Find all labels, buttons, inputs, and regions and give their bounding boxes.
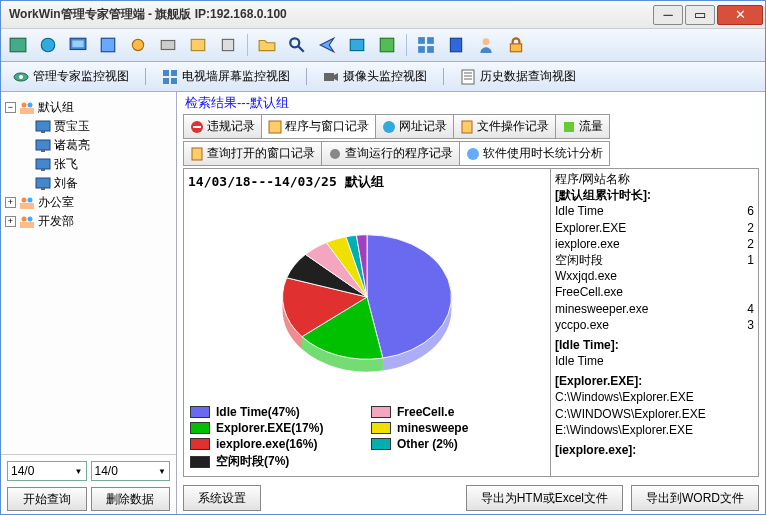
- svg-rect-7: [191, 39, 205, 50]
- legend-item: Other (2%): [371, 437, 544, 451]
- toolbar-icon-5[interactable]: [125, 32, 151, 58]
- tree-group[interactable]: + 办公室: [5, 193, 172, 212]
- toolbar-icon-globe[interactable]: [35, 32, 61, 58]
- toolbar-icon-grid[interactable]: [413, 32, 439, 58]
- chart-title: 14/03/18---14/03/25 默认组: [188, 173, 546, 191]
- toolbar-icon-1[interactable]: [5, 32, 31, 58]
- tab-violation[interactable]: 违规记录: [183, 114, 262, 139]
- maximize-button[interactable]: ▭: [685, 5, 715, 25]
- toolbar-icon-send[interactable]: [314, 32, 340, 58]
- list-item[interactable]: Idle Time: [555, 353, 754, 369]
- search-result-label: 检索结果---默认组: [177, 92, 765, 114]
- tree-label: 办公室: [38, 194, 74, 211]
- tree-label: 张飞: [54, 156, 78, 173]
- start-query-button[interactable]: 开始查询: [7, 487, 87, 511]
- expand-icon[interactable]: +: [5, 216, 16, 227]
- list-item[interactable]: yccpo.exe3: [555, 317, 754, 333]
- monitor-icon: [35, 138, 51, 154]
- toolbar-icon-book[interactable]: [443, 32, 469, 58]
- main-toolbar: [1, 29, 765, 62]
- monitor-icon: [35, 176, 51, 192]
- subtab-window-query[interactable]: 查询打开的窗口记录: [183, 141, 322, 166]
- svg-point-46: [28, 216, 33, 221]
- tab-file-op[interactable]: 文件操作记录: [453, 114, 556, 139]
- list-item[interactable]: FreeCell.exe: [555, 284, 754, 300]
- tree-label: 刘备: [54, 175, 78, 192]
- record-subtabs: 查询打开的窗口记录 查询运行的程序记录 软件使用时长统计分析: [177, 141, 765, 166]
- tree-user[interactable]: 刘备: [5, 174, 172, 193]
- list-item[interactable]: iexplore.exe2: [555, 236, 754, 252]
- viewtab-wall[interactable]: 电视墙屏幕监控视图: [156, 66, 296, 87]
- toolbar-icon-user[interactable]: [473, 32, 499, 58]
- viewtab-history[interactable]: 历史数据查询视图: [454, 66, 582, 87]
- tab-traffic[interactable]: 流量: [555, 114, 610, 139]
- subtab-program-query[interactable]: 查询运行的程序记录: [321, 141, 460, 166]
- toolbar-icon-4[interactable]: [95, 32, 121, 58]
- toolbar-icon-8[interactable]: [215, 32, 241, 58]
- svg-point-21: [19, 75, 23, 79]
- toolbar-icon-folder[interactable]: [254, 32, 280, 58]
- tab-program-window[interactable]: 程序与窗口记录: [261, 114, 376, 139]
- view-tabs: 管理专家监控视图 电视墙屏幕监控视图 摄像头监控视图 历史数据查询视图: [1, 62, 765, 92]
- svg-point-51: [383, 121, 395, 133]
- tree-group[interactable]: − 默认组: [5, 98, 172, 117]
- list-item[interactable]: Idle Time6: [555, 203, 754, 219]
- subtab-usage-stats[interactable]: 软件使用时长统计分析: [459, 141, 610, 166]
- delete-data-button[interactable]: 删除数据: [91, 487, 171, 511]
- toolbar-icon-6[interactable]: [155, 32, 181, 58]
- tree-user[interactable]: 诸葛亮: [5, 136, 172, 155]
- viewtab-camera[interactable]: 摄像头监控视图: [317, 66, 433, 87]
- tree-group[interactable]: + 开发部: [5, 212, 172, 231]
- tree-user[interactable]: 张飞: [5, 155, 172, 174]
- svg-rect-41: [41, 188, 45, 190]
- svg-rect-53: [564, 122, 574, 132]
- tree-label: 开发部: [38, 213, 74, 230]
- collapse-icon[interactable]: −: [5, 102, 16, 113]
- toolbar-icon-7[interactable]: [185, 32, 211, 58]
- svg-rect-54: [192, 148, 202, 160]
- svg-point-32: [28, 102, 33, 107]
- export-excel-button[interactable]: 导出为HTM或Excel文件: [466, 485, 623, 511]
- list-item[interactable]: 空闲时段1: [555, 252, 754, 268]
- svg-rect-25: [171, 78, 177, 84]
- date-to-input[interactable]: 14/0▼: [91, 461, 171, 481]
- svg-point-42: [22, 197, 27, 202]
- window-title: WorkWin管理专家管理端 - 旗舰版 IP:192.168.0.100: [1, 6, 653, 23]
- list-item[interactable]: Explorer.EXE2: [555, 220, 754, 236]
- viewtab-monitor[interactable]: 管理专家监控视图: [7, 66, 135, 87]
- list-item[interactable]: C:\WINDOWS\Explorer.EXE: [555, 406, 754, 422]
- dropdown-icon: ▼: [75, 467, 83, 476]
- tree-label: 诸葛亮: [54, 137, 90, 154]
- list-item[interactable]: C:\Windows\Explorer.EXE: [555, 389, 754, 405]
- expand-icon[interactable]: +: [5, 197, 16, 208]
- tree-label: 默认组: [38, 99, 74, 116]
- chart-icon: [466, 147, 480, 161]
- svg-point-18: [483, 38, 490, 45]
- date-from-input[interactable]: 14/0▼: [7, 461, 87, 481]
- list-item[interactable]: E:\Windows\Explorer.EXE: [555, 422, 754, 438]
- toolbar-icon-monitor[interactable]: [65, 32, 91, 58]
- tree-label: 贾宝玉: [54, 118, 90, 135]
- toolbar-icon-12[interactable]: [344, 32, 370, 58]
- minimize-button[interactable]: ─: [653, 5, 683, 25]
- toolbar-icon-13[interactable]: [374, 32, 400, 58]
- close-button[interactable]: ✕: [717, 5, 763, 25]
- viewtab-label: 管理专家监控视图: [33, 68, 129, 85]
- legend-item: 空闲时段(7%): [190, 453, 363, 470]
- export-word-button[interactable]: 导出到WORD文件: [631, 485, 759, 511]
- list-group-header: [默认组累计时长]:: [555, 187, 754, 203]
- viewtab-label: 摄像头监控视图: [343, 68, 427, 85]
- tab-url[interactable]: 网址记录: [375, 114, 454, 139]
- system-settings-button[interactable]: 系统设置: [183, 485, 261, 511]
- list-item[interactable]: Wxxjqd.exe: [555, 268, 754, 284]
- program-list[interactable]: 程序/网站名称 [默认组累计时长]:Idle Time6Explorer.EXE…: [550, 169, 758, 476]
- toolbar-icon-lock[interactable]: [503, 32, 529, 58]
- toolbar-icon-search[interactable]: [284, 32, 310, 58]
- svg-rect-14: [427, 37, 434, 44]
- svg-line-10: [298, 46, 304, 52]
- svg-rect-34: [36, 121, 50, 131]
- list-item[interactable]: minesweeper.exe4: [555, 301, 754, 317]
- window-icon: [268, 120, 282, 134]
- chart-area: 14/03/18---14/03/25 默认组 Idle Time(47%)Fr…: [184, 169, 550, 476]
- tree-user[interactable]: 贾宝玉: [5, 117, 172, 136]
